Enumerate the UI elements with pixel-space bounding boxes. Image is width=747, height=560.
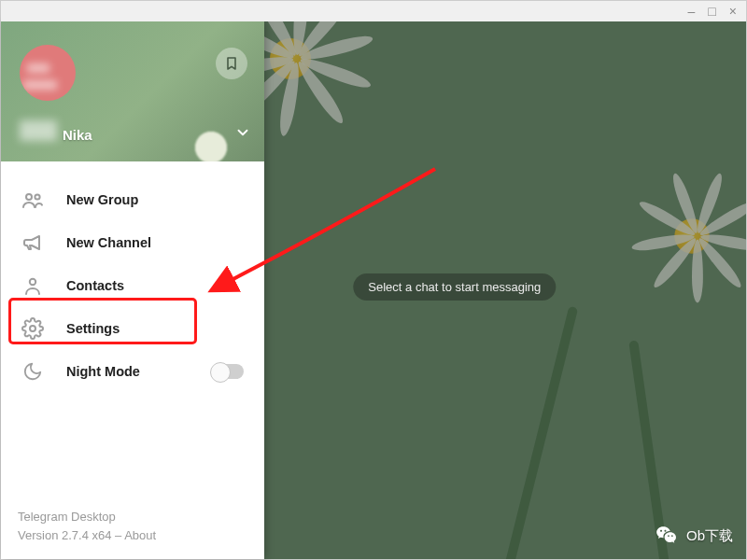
saved-messages-button[interactable] <box>216 48 247 79</box>
close-button[interactable]: × <box>729 5 737 18</box>
gear-icon <box>21 317 44 340</box>
empty-chat-hint: Select a chat to start messaging <box>353 273 556 301</box>
account-row[interactable]: Nika <box>20 124 251 145</box>
minimize-button[interactable]: – <box>688 5 696 18</box>
app-window: – □ × <box>0 0 747 560</box>
content: Select a chat to start messaging Nika <box>1 21 746 559</box>
menu-item-new-channel[interactable]: New Channel <box>1 221 264 264</box>
group-icon <box>21 189 44 211</box>
bookmark-icon <box>224 56 239 71</box>
person-icon <box>21 274 44 297</box>
titlebar: – □ × <box>1 1 746 21</box>
svg-point-2 <box>30 279 35 285</box>
username: Nika <box>63 127 92 143</box>
app-name: Telegram Desktop <box>18 508 156 526</box>
drawer-footer: Telegram Desktop Version 2.7.4 x64 – Abo… <box>18 508 156 544</box>
redaction <box>20 120 57 141</box>
moon-icon <box>21 360 44 383</box>
svg-point-1 <box>35 194 39 199</box>
wechat-icon <box>655 524 679 548</box>
svg-point-0 <box>26 194 32 200</box>
menu-item-new-group[interactable]: New Group <box>1 178 264 221</box>
chevron-down-icon <box>234 124 251 145</box>
menu-item-contacts[interactable]: Contacts <box>1 264 264 307</box>
menu-item-label: Contacts <box>66 278 244 293</box>
menu-item-night-mode[interactable]: Night Mode <box>1 350 264 393</box>
maximize-button[interactable]: □ <box>708 5 715 18</box>
version-line[interactable]: Version 2.7.4 x64 – About <box>18 526 156 545</box>
avatar[interactable] <box>20 45 76 101</box>
main-menu-drawer: Nika New Group New Cha <box>1 21 264 559</box>
drawer-menu: New Group New Channel Contacts <box>1 161 264 393</box>
menu-item-settings[interactable]: Settings <box>1 307 264 350</box>
drawer-header: Nika <box>1 21 264 161</box>
menu-item-label: New Channel <box>66 235 244 250</box>
watermark-text: Ob下载 <box>686 527 733 545</box>
svg-point-3 <box>30 326 35 331</box>
menu-item-label: Night Mode <box>66 364 190 379</box>
menu-item-label: Settings <box>66 321 244 336</box>
menu-item-label: New Group <box>66 192 244 207</box>
megaphone-icon <box>21 231 44 254</box>
night-mode-toggle[interactable] <box>212 364 244 379</box>
watermark: Ob下载 <box>655 524 733 548</box>
